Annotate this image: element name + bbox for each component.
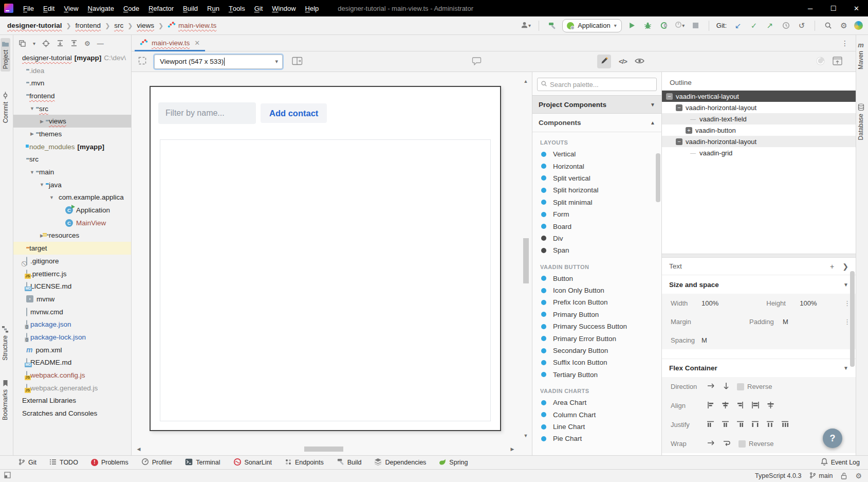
tree-item-readme-md[interactable]: MDREADME.md [13, 356, 131, 369]
filter-by-name-input[interactable] [158, 102, 256, 124]
expand-all-icon[interactable] [57, 40, 64, 47]
select-opened-file-icon[interactable] [42, 40, 50, 47]
tool-window-button-todo[interactable]: TODO [49, 459, 78, 467]
breadcrumb-item[interactable]: designer-tutorial [5, 22, 64, 29]
scroll-right-icon[interactable]: ▶ [508, 445, 516, 453]
palette-item-horizontal[interactable]: Horizontal [532, 160, 661, 172]
menu-window[interactable]: Window [267, 0, 300, 16]
tree-item-designer-tutorial[interactable]: designer-tutorial[myapp]C:\dev\ [13, 51, 131, 64]
palette-item-primary-error-button[interactable]: Primary Error Button [532, 332, 661, 344]
breadcrumb-item[interactable]: frontend [73, 22, 103, 29]
contacts-grid[interactable] [160, 139, 491, 421]
git-branch-indicator[interactable]: main [809, 472, 833, 480]
palette-item-vertical[interactable]: Vertical [532, 148, 661, 160]
scrollbar-thumb[interactable] [304, 447, 343, 452]
palette-item-split-minimal[interactable]: Split minimal [532, 197, 661, 208]
height-value[interactable]: 100% [800, 299, 817, 307]
palette-item-split-horizontal[interactable]: Split horizontal [532, 184, 661, 196]
tool-window-button-profiler[interactable]: Profiler [141, 458, 173, 467]
tree-item-mvnw[interactable]: ›mvnw [13, 293, 131, 306]
tree-item-license-md[interactable]: MDLICENSE.md [13, 280, 131, 293]
tree-item-src[interactable]: ▼src [13, 102, 131, 115]
palette-item-secondary-button[interactable]: Secondary Button [532, 345, 661, 356]
palette-search-input[interactable] [550, 81, 653, 88]
maximize-button[interactable]: ☐ [822, 0, 845, 16]
outline-item-vaadin-grid[interactable]: —vaadin-grid [662, 147, 856, 158]
align-option-icon-2[interactable] [722, 401, 729, 410]
menu-edit[interactable]: Edit [39, 0, 59, 16]
palette-item-prefix-icon-button[interactable]: Prefix Icon Button [532, 296, 661, 308]
typescript-version[interactable]: TypeScript 4.0.3 [755, 472, 801, 479]
menu-navigate[interactable]: Navigate [83, 0, 119, 16]
menu-view[interactable]: View [59, 0, 83, 16]
tree-item-mvnw-cmd[interactable]: mvnw.cmd [13, 306, 131, 318]
menu-file[interactable]: File [19, 0, 39, 16]
settings-gear-icon[interactable]: ⚙ [838, 20, 849, 31]
spacing-value[interactable]: M [701, 336, 707, 344]
project-settings-gear-icon[interactable]: ⚙ [84, 40, 90, 47]
history-icon[interactable] [780, 20, 791, 31]
menu-build[interactable]: Build [178, 0, 202, 16]
minimize-button[interactable]: ─ [799, 0, 822, 16]
viewport-frame-icon[interactable] [138, 56, 147, 67]
build-project-icon[interactable] [546, 20, 558, 31]
panel-splitter[interactable] [662, 254, 856, 258]
properties-scrollbar-thumb[interactable] [850, 271, 855, 367]
git-commit-icon[interactable]: ✓ [748, 20, 760, 31]
scroll-left-icon[interactable]: ◀ [135, 445, 143, 453]
palette-item-area-chart[interactable]: Area Chart [532, 397, 661, 408]
profiler-button[interactable] [658, 20, 670, 31]
menu-help[interactable]: Help [301, 0, 324, 16]
justify-option-icon-5[interactable] [766, 420, 774, 430]
tree-item-target[interactable]: target [13, 242, 131, 255]
direction-reverse-checkbox[interactable] [737, 383, 744, 390]
justify-option-icon-2[interactable] [722, 420, 729, 430]
flex-container-section-header[interactable]: Flex Container▼ [662, 359, 856, 377]
align-option-icon-5[interactable] [767, 401, 774, 410]
tool-button-project[interactable]: Project [1, 38, 10, 72]
tree-item-webpack-config-js[interactable]: JSwebpack.config.js [13, 369, 131, 382]
tree-item-main[interactable]: ▼main [13, 166, 131, 178]
palette-item-icon-only-button[interactable]: Icon Only Button [532, 284, 661, 296]
outline-item-vaadin-text-field[interactable]: —vaadin-text-field [662, 113, 856, 124]
palette-item-suffix-icon-button[interactable]: Suffix Icon Button [532, 356, 661, 368]
git-update-icon[interactable]: ↙ [732, 20, 744, 31]
scrollbar-thumb[interactable] [523, 238, 529, 283]
tree-item-src[interactable]: src [13, 153, 131, 166]
outline-item-vaadin-button[interactable]: +vaadin-button [662, 124, 856, 136]
wrap-icon[interactable] [723, 439, 731, 449]
debug-button[interactable] [642, 20, 654, 31]
tree-item-com-example-applica[interactable]: ▼com.example.applica [13, 191, 131, 204]
run-configuration-select[interactable]: Application ▾ [562, 19, 622, 32]
palette-item-primary-button[interactable]: Primary Button [532, 309, 661, 320]
tool-window-button-problems[interactable]: !Problems [91, 459, 128, 466]
tree-item-mainview[interactable]: CMainView [13, 217, 131, 229]
preview-mode-eye-icon[interactable] [635, 58, 644, 66]
git-push-icon[interactable]: ↗ [764, 20, 775, 31]
outline-item-vaadin-horizontal-layout[interactable]: −vaadin-horizontal-layout [662, 136, 856, 147]
direction-column-icon[interactable] [723, 382, 730, 392]
justify-option-icon-1[interactable] [707, 420, 714, 430]
tool-window-button-endpoints[interactable]: Endpoints [285, 458, 324, 467]
add-icon[interactable]: + [830, 262, 834, 271]
close-tab-icon[interactable]: ✕ [194, 39, 200, 47]
palette-item-column-chart[interactable]: Column Chart [532, 408, 661, 420]
palette-item-line-chart[interactable]: Line Chart [532, 421, 661, 433]
text-property-header[interactable]: Text + ❯ [662, 258, 856, 275]
tree-item-pom-xml[interactable]: mpom.xml [13, 344, 131, 356]
design-artboard[interactable]: Add contact [150, 86, 501, 431]
tree-item-scratches-and-consoles[interactable]: Scratches and Consoles [13, 407, 131, 420]
align-option-icon-4[interactable] [751, 401, 760, 410]
align-option-icon-3[interactable] [736, 401, 744, 410]
wrap-reverse-checkbox[interactable] [738, 440, 746, 448]
menu-git[interactable]: Git [250, 0, 268, 16]
tree-item-webpack-generated-js[interactable]: JSwebpack.generated.js [13, 382, 131, 395]
tree-item-themes[interactable]: ▶themes [13, 128, 131, 140]
scroll-up-icon[interactable]: ▲ [522, 78, 530, 85]
outline-item-vaadin-horizontal-layout[interactable]: −vaadin-horizontal-layout [662, 102, 856, 113]
edit-mode-pencil-icon[interactable] [597, 55, 611, 68]
menu-run[interactable]: Run [202, 0, 224, 16]
wrap-none-icon[interactable] [707, 439, 715, 448]
size-and-space-section-header[interactable]: Size and space▼ [662, 275, 856, 294]
editor-options-kebab-icon[interactable]: ⋮ [841, 39, 856, 47]
